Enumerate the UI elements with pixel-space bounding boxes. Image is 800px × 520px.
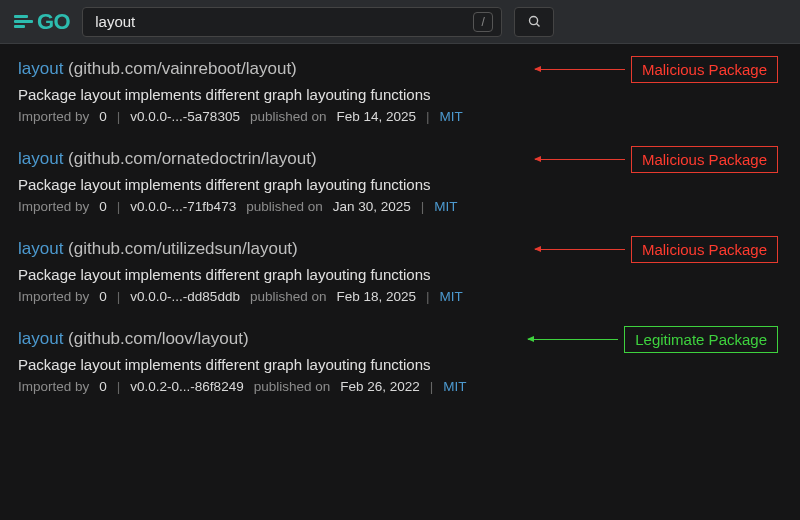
meta-separator: |	[426, 289, 430, 304]
annotation: Malicious Package	[535, 146, 778, 173]
package-path: (github.com/ornatedoctrin/layout)	[63, 149, 316, 168]
imported-by-count: 0	[99, 199, 107, 214]
meta-separator: |	[117, 379, 121, 394]
published-on-label: published on	[250, 109, 327, 124]
published-on-label: published on	[250, 289, 327, 304]
malicious-label: Malicious Package	[631, 146, 778, 173]
package-description: Package layout implements different grap…	[18, 176, 782, 193]
publish-date: Feb 26, 2022	[340, 379, 420, 394]
search-result: layout (github.com/vainreboot/layout)Pac…	[18, 58, 782, 124]
meta-separator: |	[117, 289, 121, 304]
imported-by-label: Imported by	[18, 109, 89, 124]
annotation-arrow-icon	[535, 69, 625, 70]
package-name: layout	[18, 239, 63, 258]
license-link[interactable]: MIT	[434, 199, 457, 214]
imported-by-count: 0	[99, 109, 107, 124]
annotation: Malicious Package	[535, 56, 778, 83]
package-meta: Imported by 0|v0.0.0-...-5a78305 publish…	[18, 109, 782, 124]
package-name: layout	[18, 329, 63, 348]
meta-separator: |	[426, 109, 430, 124]
package-description: Package layout implements different grap…	[18, 86, 782, 103]
search-result: layout (github.com/utilizedsun/layout)Pa…	[18, 238, 782, 304]
search-result: layout (github.com/loov/layout)Package l…	[18, 328, 782, 394]
package-version: v0.0.0-...-71fb473	[130, 199, 236, 214]
meta-separator: |	[117, 199, 121, 214]
package-version: v0.0.0-...-5a78305	[130, 109, 240, 124]
header-bar: GO /	[0, 0, 800, 44]
package-description: Package layout implements different grap…	[18, 356, 782, 373]
annotation-arrow-icon	[535, 249, 625, 250]
package-meta: Imported by 0|v0.0.0-...-71fb473 publish…	[18, 199, 782, 214]
search-input[interactable]	[83, 8, 473, 36]
package-name: layout	[18, 59, 63, 78]
publish-date: Jan 30, 2025	[333, 199, 411, 214]
imported-by-label: Imported by	[18, 199, 89, 214]
license-link[interactable]: MIT	[440, 109, 463, 124]
shortcut-slash-icon: /	[473, 12, 493, 32]
search-button[interactable]	[514, 7, 554, 37]
package-version: v0.0.0-...-dd85ddb	[130, 289, 240, 304]
go-logo[interactable]: GO	[14, 9, 70, 35]
annotation: Malicious Package	[535, 236, 778, 263]
published-on-label: published on	[254, 379, 331, 394]
license-link[interactable]: MIT	[440, 289, 463, 304]
annotation: Legitimate Package	[528, 326, 778, 353]
search-result: layout (github.com/ornatedoctrin/layout)…	[18, 148, 782, 214]
package-description: Package layout implements different grap…	[18, 266, 782, 283]
meta-separator: |	[117, 109, 121, 124]
annotation-arrow-icon	[528, 339, 618, 340]
package-path: (github.com/loov/layout)	[63, 329, 248, 348]
published-on-label: published on	[246, 199, 323, 214]
malicious-label: Malicious Package	[631, 56, 778, 83]
malicious-label: Malicious Package	[631, 236, 778, 263]
go-logo-stripes-icon	[14, 15, 33, 28]
search-results: layout (github.com/vainreboot/layout)Pac…	[0, 44, 800, 394]
search-field-wrap: /	[82, 7, 502, 37]
package-name: layout	[18, 149, 63, 168]
imported-by-count: 0	[99, 379, 107, 394]
publish-date: Feb 14, 2025	[336, 109, 416, 124]
meta-separator: |	[430, 379, 434, 394]
license-link[interactable]: MIT	[443, 379, 466, 394]
package-path: (github.com/vainreboot/layout)	[63, 59, 296, 78]
package-meta: Imported by 0|v0.0.2-0...-86f8249 publis…	[18, 379, 782, 394]
annotation-arrow-icon	[535, 159, 625, 160]
imported-by-label: Imported by	[18, 289, 89, 304]
go-logo-text: GO	[37, 9, 70, 35]
legitimate-label: Legitimate Package	[624, 326, 778, 353]
svg-point-0	[529, 17, 537, 25]
package-meta: Imported by 0|v0.0.0-...-dd85ddb publish…	[18, 289, 782, 304]
package-version: v0.0.2-0...-86f8249	[130, 379, 243, 394]
search-icon	[527, 14, 542, 29]
svg-line-1	[536, 24, 539, 27]
imported-by-count: 0	[99, 289, 107, 304]
publish-date: Feb 18, 2025	[336, 289, 416, 304]
package-path: (github.com/utilizedsun/layout)	[63, 239, 297, 258]
meta-separator: |	[421, 199, 425, 214]
imported-by-label: Imported by	[18, 379, 89, 394]
